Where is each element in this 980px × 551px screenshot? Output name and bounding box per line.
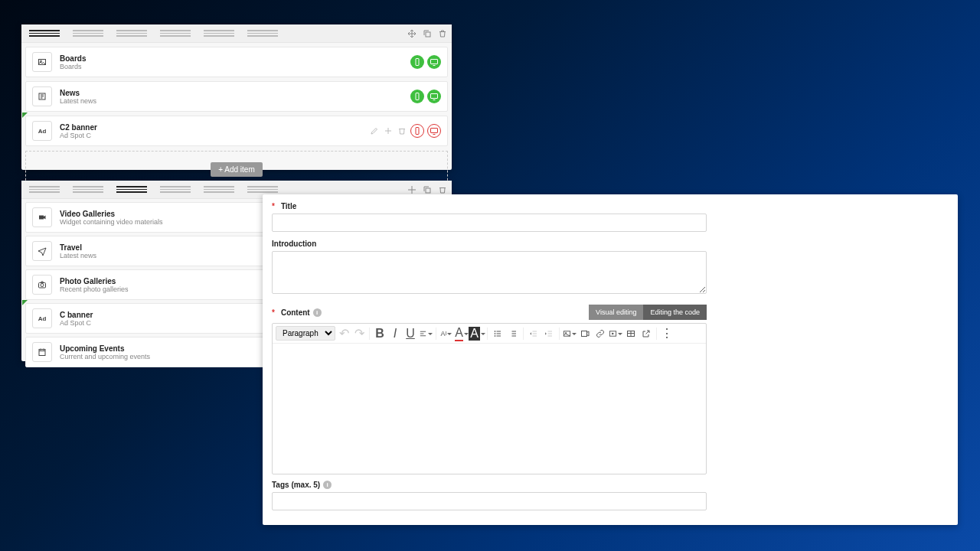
info-icon: i xyxy=(313,308,322,317)
external-icon[interactable] xyxy=(639,327,653,341)
widget-title: Upcoming Events xyxy=(60,344,150,353)
col-tab-3[interactable] xyxy=(112,28,152,40)
svg-point-13 xyxy=(41,284,44,287)
calendar-icon xyxy=(32,342,52,362)
widget-subtitle: Ad Spot C xyxy=(60,319,93,327)
svg-rect-9 xyxy=(431,129,438,133)
mobile-status-icon[interactable] xyxy=(410,90,424,103)
ad-icon: Ad xyxy=(32,308,52,328)
title-input[interactable] xyxy=(272,214,707,232)
ul-icon[interactable] xyxy=(491,327,505,341)
col-tab-4[interactable] xyxy=(155,184,195,196)
more-icon[interactable]: ⋮ xyxy=(660,327,674,341)
indent-icon[interactable] xyxy=(542,327,556,341)
tags-label: Tags (max. 5)i xyxy=(272,481,707,489)
widget-subtitle: Ad Spot C xyxy=(60,132,97,139)
svg-point-15 xyxy=(495,331,495,331)
widget-title: Photo Galleries xyxy=(60,277,129,285)
column-tabs xyxy=(21,24,452,43)
svg-rect-6 xyxy=(416,93,419,100)
image-icon xyxy=(32,52,52,72)
bg-color-icon[interactable]: A xyxy=(470,327,484,341)
col-tab-5[interactable] xyxy=(199,184,239,196)
svg-point-16 xyxy=(495,333,495,334)
tags-input[interactable] xyxy=(272,492,707,510)
mobile-off-icon[interactable] xyxy=(410,124,424,138)
underline-icon[interactable]: U xyxy=(403,327,417,341)
widget-subtitle: Widget containing video materials xyxy=(60,218,163,226)
svg-rect-7 xyxy=(431,94,438,99)
svg-rect-10 xyxy=(426,188,430,193)
col-tab-1[interactable] xyxy=(24,28,64,40)
title-label: Title xyxy=(272,202,707,210)
col-tab-3[interactable] xyxy=(112,184,152,196)
widget-subtitle: Boards xyxy=(60,63,86,70)
video-icon xyxy=(32,207,52,227)
visual-mode-button[interactable]: Visual editing xyxy=(589,305,643,320)
link-icon[interactable] xyxy=(593,327,607,341)
svg-rect-11 xyxy=(39,216,44,220)
image-insert-icon[interactable] xyxy=(563,327,577,341)
widget-item[interactable]: Ad C2 bannerAd Spot C xyxy=(25,116,448,146)
svg-rect-14 xyxy=(39,350,45,356)
svg-rect-3 xyxy=(416,59,419,66)
rte-body[interactable] xyxy=(273,344,706,474)
svg-point-17 xyxy=(495,335,495,336)
widget-subtitle: Latest news xyxy=(60,252,96,259)
svg-rect-8 xyxy=(416,128,419,135)
table-icon[interactable] xyxy=(624,327,638,341)
ad-icon: Ad xyxy=(32,121,52,141)
copy-icon[interactable] xyxy=(421,28,433,40)
trash-icon[interactable] xyxy=(397,126,407,136)
italic-icon[interactable]: I xyxy=(388,327,402,341)
widget-item[interactable]: NewsLatest news xyxy=(25,81,448,112)
widget-subtitle: Current and upcoming events xyxy=(60,353,150,360)
intro-textarea[interactable] xyxy=(272,251,707,294)
block-format-select[interactable]: Paragraph xyxy=(276,326,335,341)
widget-item[interactable]: BoardsBoards xyxy=(25,47,448,77)
camera-icon xyxy=(32,275,52,295)
embed-icon[interactable] xyxy=(609,327,622,341)
mobile-status-icon[interactable] xyxy=(410,55,424,69)
text-color-icon[interactable]: A xyxy=(455,327,469,341)
col-tab-4[interactable] xyxy=(155,28,195,40)
add-item-button[interactable]: + Add item xyxy=(211,162,263,177)
widget-title: Travel xyxy=(60,243,96,252)
col-tab-6[interactable] xyxy=(243,28,283,40)
info-icon: i xyxy=(323,481,332,489)
bold-icon[interactable]: B xyxy=(373,327,387,341)
col-tab-2[interactable] xyxy=(68,184,108,196)
rte-toolbar: Paragraph ↶ ↷ B I U AI A A xyxy=(273,324,706,344)
desktop-status-icon[interactable] xyxy=(427,55,441,69)
content-label: Contenti xyxy=(272,308,322,317)
media-icon[interactable] xyxy=(578,327,592,341)
trash-icon[interactable] xyxy=(436,28,449,40)
outdent-icon[interactable] xyxy=(527,327,541,341)
widget-title: Boards xyxy=(60,54,86,63)
widget-title: Video Galleries xyxy=(60,210,163,218)
desktop-status-icon[interactable] xyxy=(427,90,441,103)
move-icon[interactable] xyxy=(383,126,394,136)
svg-rect-0 xyxy=(426,32,430,37)
news-icon xyxy=(32,86,52,106)
col-tab-2[interactable] xyxy=(68,28,108,40)
intro-label: Introduction xyxy=(272,240,707,248)
undo-icon[interactable]: ↶ xyxy=(337,327,351,341)
col-tab-5[interactable] xyxy=(199,28,239,40)
widget-subtitle: Recent photo galleries xyxy=(60,285,129,293)
ol-icon[interactable] xyxy=(506,327,520,341)
layout-panel-1: BoardsBoards NewsLatest news Ad C2 banne… xyxy=(21,24,452,170)
svg-rect-20 xyxy=(582,331,587,336)
svg-rect-4 xyxy=(431,60,438,64)
desktop-off-icon[interactable] xyxy=(427,124,441,138)
rich-text-editor: Paragraph ↶ ↷ B I U AI A A xyxy=(272,323,707,474)
widget-subtitle: Latest news xyxy=(60,97,96,105)
font-size-icon[interactable]: AI xyxy=(439,327,453,341)
edit-icon[interactable] xyxy=(369,126,380,136)
redo-icon[interactable]: ↷ xyxy=(352,327,366,341)
move-icon[interactable] xyxy=(406,28,418,40)
widget-title: C2 banner xyxy=(60,123,97,132)
code-mode-button[interactable]: Editing the code xyxy=(643,305,707,320)
col-tab-1[interactable] xyxy=(24,184,64,196)
align-icon[interactable] xyxy=(419,327,433,341)
